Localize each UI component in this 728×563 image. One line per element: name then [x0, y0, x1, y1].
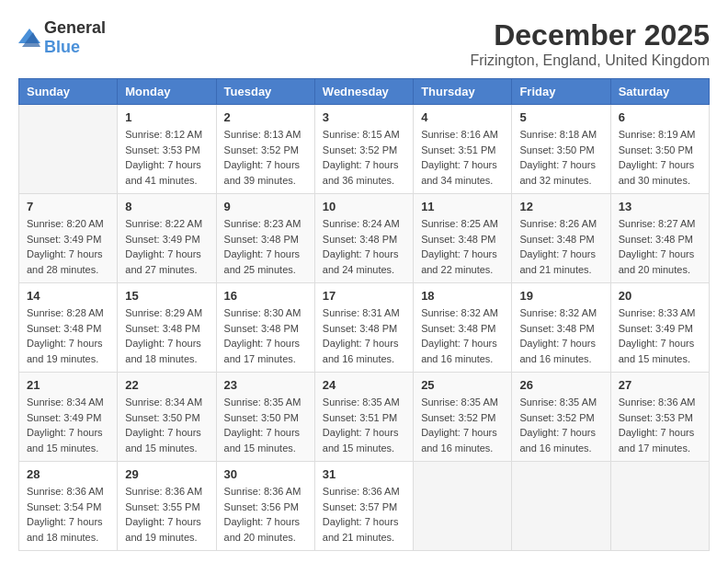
calendar-day: 12Sunrise: 8:26 AMSunset: 3:48 PMDayligh… — [512, 194, 610, 283]
calendar-table: Sunday Monday Tuesday Wednesday Thursday… — [18, 78, 710, 551]
header-friday: Friday — [512, 79, 610, 105]
day-number: 3 — [323, 110, 405, 124]
calendar-week-4: 21Sunrise: 8:34 AMSunset: 3:49 PMDayligh… — [19, 373, 710, 462]
logo-blue: Blue — [44, 38, 80, 56]
calendar-day: 2Sunrise: 8:13 AMSunset: 3:52 PMDaylight… — [216, 105, 314, 194]
day-number: 10 — [323, 200, 405, 213]
day-info: Sunrise: 8:26 AMSunset: 3:48 PMDaylight:… — [519, 216, 602, 277]
calendar-day: 21Sunrise: 8:34 AMSunset: 3:49 PMDayligh… — [19, 373, 118, 462]
day-info: Sunrise: 8:28 AMSunset: 3:48 PMDaylight:… — [27, 305, 109, 366]
day-number: 20 — [619, 289, 701, 303]
calendar-day: 9Sunrise: 8:23 AMSunset: 3:48 PMDaylight… — [216, 194, 314, 283]
calendar-day: 15Sunrise: 8:29 AMSunset: 3:48 PMDayligh… — [118, 283, 216, 373]
day-number: 24 — [323, 378, 405, 392]
month-title: December 2025 — [470, 18, 710, 52]
page-header: General Blue December 2025 Frizington, E… — [18, 18, 710, 69]
calendar-day: 4Sunrise: 8:16 AMSunset: 3:51 PMDaylight… — [414, 105, 512, 194]
calendar-day: 22Sunrise: 8:34 AMSunset: 3:50 PMDayligh… — [118, 373, 216, 462]
calendar-day — [610, 462, 709, 551]
day-number: 12 — [519, 200, 602, 213]
day-number: 2 — [224, 110, 307, 124]
calendar-day: 3Sunrise: 8:15 AMSunset: 3:52 PMDaylight… — [314, 105, 413, 194]
header-sunday: Sunday — [19, 79, 118, 105]
weekday-header-row: Sunday Monday Tuesday Wednesday Thursday… — [19, 79, 710, 105]
day-number: 13 — [619, 200, 701, 213]
calendar-day: 8Sunrise: 8:22 AMSunset: 3:49 PMDaylight… — [118, 194, 216, 283]
day-info: Sunrise: 8:32 AMSunset: 3:48 PMDaylight:… — [421, 305, 504, 366]
calendar-day: 30Sunrise: 8:36 AMSunset: 3:56 PMDayligh… — [216, 462, 314, 551]
day-info: Sunrise: 8:36 AMSunset: 3:55 PMDaylight:… — [125, 484, 208, 545]
day-number: 17 — [323, 289, 405, 303]
logo-icon — [18, 29, 40, 47]
calendar-day — [19, 105, 118, 194]
calendar-day: 1Sunrise: 8:12 AMSunset: 3:53 PMDaylight… — [118, 105, 216, 194]
calendar-day: 13Sunrise: 8:27 AMSunset: 3:48 PMDayligh… — [610, 194, 709, 283]
logo-general: General — [44, 18, 106, 37]
calendar-day: 5Sunrise: 8:18 AMSunset: 3:50 PMDaylight… — [512, 105, 610, 194]
calendar-week-1: 1Sunrise: 8:12 AMSunset: 3:53 PMDaylight… — [19, 105, 710, 194]
day-number: 28 — [27, 467, 109, 481]
day-number: 6 — [619, 110, 701, 124]
calendar-day: 19Sunrise: 8:32 AMSunset: 3:48 PMDayligh… — [512, 283, 610, 373]
day-info: Sunrise: 8:34 AMSunset: 3:49 PMDaylight:… — [27, 395, 109, 455]
day-info: Sunrise: 8:12 AMSunset: 3:53 PMDaylight:… — [125, 127, 208, 188]
day-info: Sunrise: 8:27 AMSunset: 3:48 PMDaylight:… — [619, 216, 701, 277]
day-info: Sunrise: 8:29 AMSunset: 3:48 PMDaylight:… — [125, 305, 208, 366]
day-info: Sunrise: 8:36 AMSunset: 3:57 PMDaylight:… — [323, 484, 405, 545]
day-number: 9 — [224, 200, 307, 213]
day-number: 18 — [421, 289, 504, 303]
day-info: Sunrise: 8:13 AMSunset: 3:52 PMDaylight:… — [224, 127, 307, 188]
day-info: Sunrise: 8:18 AMSunset: 3:50 PMDaylight:… — [519, 127, 602, 188]
calendar-day: 6Sunrise: 8:19 AMSunset: 3:50 PMDaylight… — [610, 105, 709, 194]
day-info: Sunrise: 8:20 AMSunset: 3:49 PMDaylight:… — [27, 216, 109, 277]
day-info: Sunrise: 8:16 AMSunset: 3:51 PMDaylight:… — [421, 127, 504, 188]
calendar-day: 31Sunrise: 8:36 AMSunset: 3:57 PMDayligh… — [314, 462, 413, 551]
day-number: 16 — [224, 289, 307, 303]
day-number: 4 — [421, 110, 504, 124]
day-number: 30 — [224, 467, 307, 481]
calendar-day: 16Sunrise: 8:30 AMSunset: 3:48 PMDayligh… — [216, 283, 314, 373]
calendar-day: 23Sunrise: 8:35 AMSunset: 3:50 PMDayligh… — [216, 373, 314, 462]
day-info: Sunrise: 8:32 AMSunset: 3:48 PMDaylight:… — [519, 305, 602, 366]
day-number: 5 — [519, 110, 602, 124]
day-number: 19 — [519, 289, 602, 303]
day-info: Sunrise: 8:31 AMSunset: 3:48 PMDaylight:… — [323, 305, 405, 366]
header-wednesday: Wednesday — [314, 79, 413, 105]
day-info: Sunrise: 8:33 AMSunset: 3:49 PMDaylight:… — [619, 305, 701, 366]
calendar-day: 26Sunrise: 8:35 AMSunset: 3:52 PMDayligh… — [512, 373, 610, 462]
day-number: 27 — [619, 378, 701, 392]
calendar-day: 25Sunrise: 8:35 AMSunset: 3:52 PMDayligh… — [414, 373, 512, 462]
calendar-day: 18Sunrise: 8:32 AMSunset: 3:48 PMDayligh… — [414, 283, 512, 373]
day-number: 1 — [125, 110, 208, 124]
calendar-day: 10Sunrise: 8:24 AMSunset: 3:48 PMDayligh… — [314, 194, 413, 283]
header-saturday: Saturday — [610, 79, 709, 105]
header-monday: Monday — [118, 79, 216, 105]
day-number: 8 — [125, 200, 208, 213]
title-area: December 2025 Frizington, England, Unite… — [470, 18, 710, 69]
day-number: 15 — [125, 289, 208, 303]
logo: General Blue — [18, 18, 106, 57]
day-info: Sunrise: 8:36 AMSunset: 3:56 PMDaylight:… — [224, 484, 307, 545]
day-number: 29 — [125, 467, 208, 481]
day-info: Sunrise: 8:36 AMSunset: 3:54 PMDaylight:… — [27, 484, 109, 545]
location-title: Frizington, England, United Kingdom — [470, 52, 710, 69]
day-info: Sunrise: 8:30 AMSunset: 3:48 PMDaylight:… — [224, 305, 307, 366]
calendar-week-5: 28Sunrise: 8:36 AMSunset: 3:54 PMDayligh… — [19, 462, 710, 551]
day-number: 31 — [323, 467, 405, 481]
calendar-day: 20Sunrise: 8:33 AMSunset: 3:49 PMDayligh… — [610, 283, 709, 373]
day-info: Sunrise: 8:19 AMSunset: 3:50 PMDaylight:… — [619, 127, 701, 188]
calendar-day: 7Sunrise: 8:20 AMSunset: 3:49 PMDaylight… — [19, 194, 118, 283]
day-number: 26 — [519, 378, 602, 392]
day-info: Sunrise: 8:25 AMSunset: 3:48 PMDaylight:… — [421, 216, 504, 277]
calendar-day: 17Sunrise: 8:31 AMSunset: 3:48 PMDayligh… — [314, 283, 413, 373]
day-info: Sunrise: 8:22 AMSunset: 3:49 PMDaylight:… — [125, 216, 208, 277]
day-info: Sunrise: 8:35 AMSunset: 3:50 PMDaylight:… — [224, 395, 307, 455]
calendar-day: 27Sunrise: 8:36 AMSunset: 3:53 PMDayligh… — [610, 373, 709, 462]
calendar-day — [414, 462, 512, 551]
day-info: Sunrise: 8:35 AMSunset: 3:52 PMDaylight:… — [421, 395, 504, 455]
day-info: Sunrise: 8:23 AMSunset: 3:48 PMDaylight:… — [224, 216, 307, 277]
day-number: 23 — [224, 378, 307, 392]
logo-text: General Blue — [44, 18, 106, 57]
day-info: Sunrise: 8:36 AMSunset: 3:53 PMDaylight:… — [619, 395, 701, 455]
calendar-day: 29Sunrise: 8:36 AMSunset: 3:55 PMDayligh… — [118, 462, 216, 551]
